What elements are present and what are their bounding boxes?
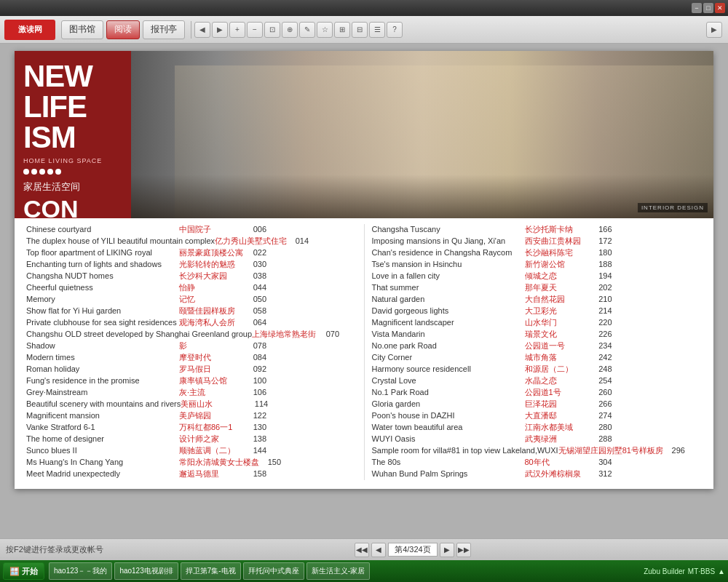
toc-num-text: 022 — [245, 248, 266, 257]
library-button[interactable]: 图书馆 — [61, 20, 103, 39]
page-next-button[interactable]: ▶ — [440, 543, 454, 557]
banner-subtitle: HOME LIVING SPACE — [23, 157, 122, 164]
taskbar-item-3[interactable]: 捍卫第7集-电视 — [181, 562, 241, 580]
nav-list-button[interactable]: ☰ — [369, 22, 385, 38]
toc-num-text: 166 — [590, 225, 612, 234]
toc-en-text: Memory — [26, 295, 179, 303]
toc-num-text: 266 — [590, 399, 612, 408]
photo-overlay: INTERIOR DESIGN — [638, 203, 708, 212]
nav-search-button[interactable]: ? — [387, 22, 403, 38]
toc-cn-text: 颐暨佳园样板房 — [179, 306, 245, 316]
banner-left: NEW LIFE ISM HOME LIVING SPACE 家居生活空间 CO… — [15, 51, 131, 218]
separator — [191, 21, 191, 39]
toc-cn-text: 万科红都86一1 — [179, 422, 245, 433]
start-button[interactable]: 🪟 开始 — [3, 562, 44, 580]
page-navigation: ◀◀ ◀ 第4/324页 ▶ ▶▶ — [355, 543, 471, 557]
toc-cn-text: 美庐锦园 — [179, 410, 245, 421]
toc-right-entry: Harmony source residencell 和源居（二） 248 — [372, 364, 703, 375]
toc-right-entry: Vista Mandarin 瑞景文化 226 — [372, 329, 703, 340]
toc-left-entry: Vanke Stratford 6-1 万科红都86一1 130 — [26, 422, 357, 433]
nav-fit-button[interactable]: ⊡ — [264, 22, 280, 38]
nav-highlight-button[interactable]: ☆ — [317, 22, 333, 38]
toc-cn-text: 公园道1号 — [525, 387, 590, 398]
toc-num-text: 030 — [245, 260, 266, 268]
toc-num-text: 234 — [590, 341, 612, 350]
toc-num-text: 280 — [590, 423, 612, 431]
toc-num-text: 172 — [590, 236, 612, 245]
page-info: 第4/324页 — [388, 543, 438, 557]
toc-num-text: 274 — [590, 411, 612, 420]
toc-en-text: Grey·Mainstream — [26, 388, 179, 396]
toc-num-text: 210 — [590, 295, 612, 303]
toc-cn-text: 丽景豪庭顶楼公寓 — [179, 247, 245, 258]
toc-en-text: Tse's mansion in Hsinchu — [372, 260, 525, 268]
toc-num-text: 150 — [259, 458, 281, 466]
close-button[interactable]: ✕ — [715, 3, 725, 13]
toc-num-text: 138 — [245, 434, 266, 443]
toc-left-entry: Private clubhouse for sea sight residenc… — [26, 317, 357, 328]
toc-cn-text: 美丽山水 — [181, 399, 246, 410]
toc-num-text: 220 — [590, 318, 612, 327]
nav-bookmark-button[interactable]: ⊟ — [352, 22, 368, 38]
taskbar-item-2[interactable]: hao123电视剧排 — [114, 562, 178, 580]
toc-en-text: The duplex house of YILI beautiful mount… — [26, 236, 215, 245]
page-last-button[interactable]: ▶▶ — [456, 543, 471, 557]
toc-en-text: David gorgeous lights — [372, 306, 525, 315]
nav-plus-button[interactable]: + — [229, 22, 245, 38]
nav-link-button[interactable]: ⊞ — [334, 22, 350, 38]
banner-dots — [23, 169, 122, 175]
reading-button[interactable]: 阅读 — [106, 20, 140, 39]
toc-en-text: Sunco blues II — [26, 446, 179, 455]
toc-num-text: 254 — [590, 376, 612, 385]
page-prev-button[interactable]: ◀ — [371, 543, 386, 557]
toc-num-text: 122 — [245, 411, 266, 420]
toc-right-entry: Natural garden 大自然花园 210 — [372, 294, 703, 305]
taskbar-item-5[interactable]: 新生活主义-家居 — [306, 562, 370, 580]
dot-2 — [31, 169, 37, 175]
toc-cn-text: 上海绿地常熟老街 — [252, 329, 317, 340]
nav-minus-button[interactable]: − — [247, 22, 263, 38]
toc-right-entry: Water town beautiful area 江南水都美域 280 — [372, 422, 703, 433]
minimize-button[interactable]: − — [692, 3, 702, 13]
taskbar-item-1[interactable]: hao123－－我的 — [49, 562, 112, 580]
banner-contents: CON TENTS — [23, 196, 122, 218]
toc-en-text: Vanke Stratford 6-1 — [26, 423, 179, 431]
toc-cn-text: 水晶之恋 — [525, 375, 590, 386]
taskbar-right-item-2[interactable]: MT·BBS — [688, 567, 715, 575]
newsstand-button[interactable]: 报刊亭 — [143, 20, 185, 39]
toc-cn-text: 大直潘邸 — [525, 410, 590, 421]
toc-left-entry: Sunco blues II 顺驰蓝调（二） 144 — [26, 445, 357, 456]
taskbar-right-item-3[interactable]: ▲ — [718, 567, 725, 575]
start-icon: 🪟 — [9, 567, 20, 576]
toc-right-entry: City Corner 城市角落 242 — [372, 352, 703, 363]
toc-right-entry: WUYI Oasis 武夷绿洲 288 — [372, 434, 703, 445]
nav-prev-button[interactable]: ◀ — [194, 22, 210, 38]
toc-cn-text: 江南水都美域 — [525, 422, 590, 433]
nav-zoom-in-button[interactable]: ⊕ — [282, 22, 298, 38]
toc-right-column: Changsha Tuscany 长沙托斯卡纳 166 Imposing man… — [372, 224, 703, 480]
toc-cn-text: 摩登时代 — [179, 352, 245, 363]
toc-right-entry: Crystal Love 水晶之恋 254 — [372, 375, 703, 386]
toc-cn-text: 顺驰蓝调（二） — [179, 445, 245, 456]
toc-en-text: Private clubhouse for sea sight residenc… — [26, 318, 179, 327]
maximize-button[interactable]: □ — [703, 3, 713, 13]
toc-num-text: 144 — [245, 446, 266, 455]
nav-pencil-button[interactable]: ✎ — [299, 22, 315, 38]
title-bar: − □ ✕ — [0, 0, 728, 16]
toc-cn-text: 灰·主流 — [179, 387, 245, 398]
toc-cn-text: 光影轮转的魅惑 — [179, 259, 245, 270]
toc-cn-text: 西安曲江贵林园 — [525, 236, 590, 247]
toc-cn-text: 罗马假日 — [179, 364, 245, 375]
nav-play-button[interactable]: ▶ — [212, 22, 228, 38]
taskbar: 🪟 开始 hao123－－我的 hao123电视剧排 捍卫第7集-电视 拜托问中… — [0, 560, 728, 582]
toc-cn-text: 观海湾私人会所 — [179, 317, 245, 328]
taskbar-item-4[interactable]: 拜托问中式典座 — [243, 562, 304, 580]
toc-right-entry: Wuhan Bund Palm Springs 武汉外滩棕榈泉 312 — [372, 469, 703, 479]
toc-en-text: Sample room for villa#81 in top view Lak… — [372, 446, 558, 455]
page-first-button[interactable]: ◀◀ — [355, 543, 369, 557]
taskbar-right-item-1[interactable]: Zubu Builder — [644, 567, 685, 575]
toc-en-text: Magnificent mansion — [26, 411, 179, 420]
nav-forward-button[interactable]: ▶ — [706, 22, 722, 38]
toc-cn-text: 80年代 — [525, 457, 590, 468]
toc-en-text: Enchanting turn of lights and shadows — [26, 260, 179, 268]
